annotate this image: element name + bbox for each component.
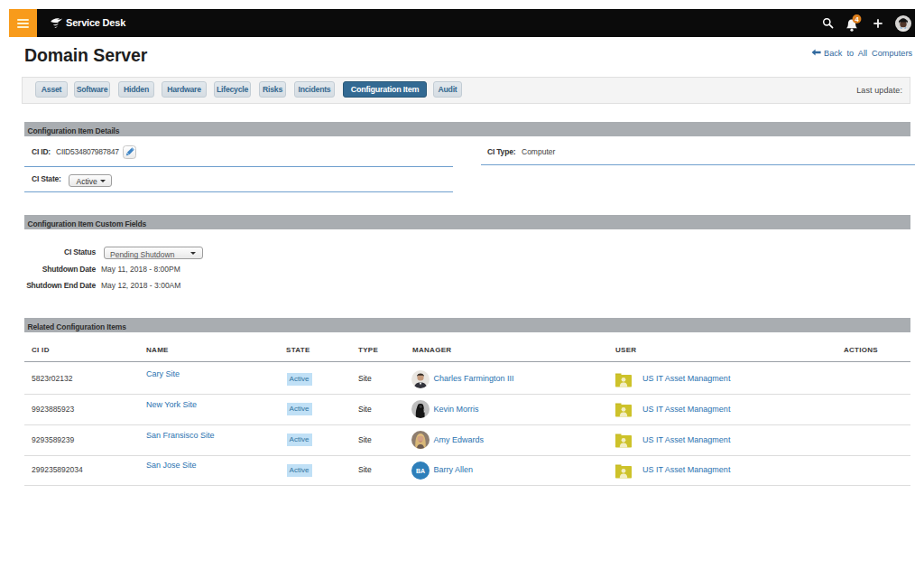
svg-text:BA: BA [416, 467, 425, 473]
